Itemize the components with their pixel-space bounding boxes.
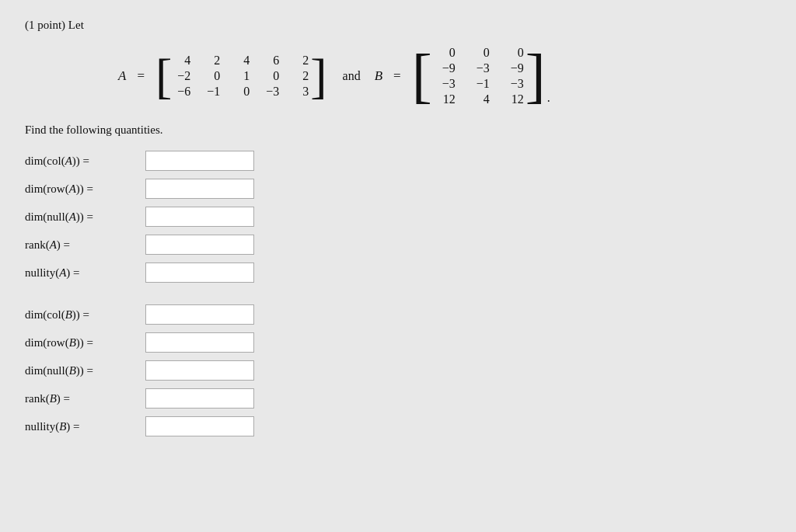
cell-B-0-1: 0 bbox=[468, 46, 490, 60]
input-dim-col-B[interactable] bbox=[145, 304, 254, 325]
and-text: and bbox=[343, 69, 361, 83]
matrix-B-bracket: [ 0 0 0 −9 −3 −9 −3 −1 −3 12 4 12 ] bbox=[410, 43, 547, 110]
label-rank-B: rank(B) = bbox=[25, 392, 145, 405]
cell-B-3-2: 12 bbox=[502, 92, 524, 106]
cell-B-0-0: 0 bbox=[434, 46, 456, 60]
cell-A-2-2: 0 bbox=[232, 85, 250, 99]
cell-A-1-1: 0 bbox=[203, 69, 220, 83]
quantity-row-rank-A: rank(A) = bbox=[25, 233, 771, 256]
matrix-B-expr: B = [ 0 0 0 −9 −3 −9 −3 −1 −3 12 4 12 bbox=[375, 43, 547, 110]
matrix-A-expr: A = [ 4 2 4 6 2 −2 0 1 0 2 −6 −1 0 −3 bbox=[118, 50, 329, 102]
input-dim-null-A[interactable] bbox=[145, 207, 254, 227]
cell-B-1-1: −3 bbox=[468, 61, 490, 75]
spacer bbox=[25, 289, 771, 298]
cell-B-2-2: −3 bbox=[502, 77, 524, 91]
label-dim-null-B: dim(null(B)) = bbox=[25, 364, 145, 377]
input-dim-row-B[interactable] bbox=[145, 332, 254, 353]
label-dim-row-A: dim(row(A)) = bbox=[25, 183, 145, 196]
label-rank-A: rank(A) = bbox=[25, 238, 145, 252]
cell-A-2-0: −6 bbox=[173, 85, 190, 99]
matrix-A-grid: 4 2 4 6 2 −2 0 1 0 2 −6 −1 0 −3 3 bbox=[173, 50, 309, 102]
quantity-row-dim-col-B: dim(col(B)) = bbox=[25, 303, 771, 326]
quantity-row-dim-col-A: dim(col(A)) = bbox=[25, 149, 771, 172]
bracket-right-B: ] bbox=[524, 43, 547, 110]
cell-A-2-4: 3 bbox=[292, 85, 309, 99]
input-rank-A[interactable] bbox=[145, 235, 254, 255]
cell-B-2-1: −1 bbox=[468, 77, 490, 91]
cell-A-0-3: 6 bbox=[262, 54, 279, 68]
cell-A-1-3: 0 bbox=[262, 69, 279, 83]
quantity-row-nullity-B: nullity(B) = bbox=[25, 415, 771, 438]
input-rank-B[interactable] bbox=[145, 388, 254, 409]
find-text: Find the following quantities. bbox=[25, 123, 771, 137]
bracket-left-B: [ bbox=[410, 43, 434, 110]
quantity-row-nullity-A: nullity(A) = bbox=[25, 261, 771, 284]
point-label: (1 point) Let bbox=[25, 19, 771, 32]
label-nullity-A: nullity(A) = bbox=[25, 266, 145, 280]
matrix-A-bracket: [ 4 2 4 6 2 −2 0 1 0 2 −6 −1 0 −3 3 bbox=[154, 50, 329, 102]
bracket-left-A: [ bbox=[154, 50, 173, 102]
quantities-section: dim(col(A)) = dim(row(A)) = dim(null(A))… bbox=[25, 149, 771, 438]
cell-A-0-1: 2 bbox=[203, 54, 220, 68]
cell-A-0-2: 4 bbox=[232, 54, 250, 68]
quantity-row-dim-row-A: dim(row(A)) = bbox=[25, 177, 771, 200]
label-dim-col-B: dim(col(B)) = bbox=[25, 308, 145, 322]
cell-B-1-2: −9 bbox=[502, 61, 524, 75]
equals-B: = bbox=[393, 68, 401, 84]
input-dim-col-A[interactable] bbox=[145, 151, 254, 171]
cell-A-2-3: −3 bbox=[262, 85, 279, 99]
input-dim-row-A[interactable] bbox=[145, 179, 254, 199]
label-dim-null-A: dim(null(A)) = bbox=[25, 210, 145, 224]
matrix-A-label: A bbox=[118, 68, 126, 84]
matrices-row: A = [ 4 2 4 6 2 −2 0 1 0 2 −6 −1 0 −3 bbox=[118, 43, 771, 110]
cell-B-1-0: −9 bbox=[434, 61, 456, 75]
label-nullity-B: nullity(B) = bbox=[25, 420, 145, 433]
label-dim-col-A: dim(col(A)) = bbox=[25, 155, 145, 168]
cell-A-0-0: 4 bbox=[173, 54, 190, 68]
quantity-row-dim-null-B: dim(null(B)) = bbox=[25, 359, 771, 382]
cell-B-0-2: 0 bbox=[502, 46, 524, 60]
input-nullity-A[interactable] bbox=[145, 263, 254, 283]
matrix-B-label: B bbox=[375, 68, 382, 84]
cell-B-2-0: −3 bbox=[434, 77, 456, 91]
cell-A-1-0: −2 bbox=[173, 69, 190, 83]
cell-B-3-1: 4 bbox=[468, 92, 490, 106]
cell-A-1-4: 2 bbox=[292, 69, 309, 83]
quantity-row-dim-null-A: dim(null(A)) = bbox=[25, 205, 771, 228]
input-nullity-B[interactable] bbox=[145, 416, 254, 436]
period: . bbox=[547, 91, 550, 110]
cell-A-0-4: 2 bbox=[292, 54, 309, 68]
label-dim-row-B: dim(row(B)) = bbox=[25, 336, 145, 349]
bracket-right-A: ] bbox=[309, 50, 328, 102]
quantity-row-rank-B: rank(B) = bbox=[25, 387, 771, 410]
matrix-B-grid: 0 0 0 −9 −3 −9 −3 −1 −3 12 4 12 bbox=[434, 43, 524, 110]
input-dim-null-B[interactable] bbox=[145, 360, 254, 381]
equals-A: = bbox=[137, 68, 145, 84]
cell-A-2-1: −1 bbox=[203, 85, 220, 99]
cell-A-1-2: 1 bbox=[232, 69, 250, 83]
cell-B-3-0: 12 bbox=[434, 92, 456, 106]
quantity-row-dim-row-B: dim(row(B)) = bbox=[25, 331, 771, 354]
